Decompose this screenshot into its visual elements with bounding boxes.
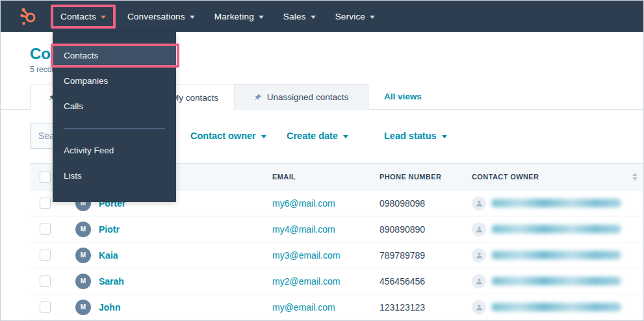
all-views-link[interactable]: All views xyxy=(384,92,422,101)
nav-item-sales[interactable]: Sales xyxy=(274,12,326,21)
table-row: M John my@email.com 123123123 xyxy=(30,294,644,320)
person-icon xyxy=(475,199,483,207)
owner-name-redacted xyxy=(491,303,621,311)
chevron-down-icon xyxy=(261,135,266,138)
contact-name-link[interactable]: Piotr xyxy=(99,224,120,235)
person-icon xyxy=(475,225,483,233)
sort-up-arrow-icon xyxy=(632,173,638,176)
hubspot-contacts-screen: Contacts Conversations Marketing Sales S… xyxy=(0,0,644,321)
row-checkbox[interactable] xyxy=(40,198,51,209)
owner-name-redacted xyxy=(491,199,621,207)
nav-menu: Contacts Conversations Marketing Sales S… xyxy=(49,5,385,29)
row-checkbox[interactable] xyxy=(40,224,51,235)
nav-item-contacts[interactable]: Contacts xyxy=(51,5,116,29)
owner-avatar xyxy=(472,274,486,289)
chevron-down-icon xyxy=(311,16,316,19)
chevron-down-icon xyxy=(259,16,264,19)
contact-phone: 890890890 xyxy=(380,224,425,235)
table-row: M Kaia my3@email.com 789789789 xyxy=(30,242,644,268)
sort-down-arrow-icon xyxy=(632,177,638,181)
avatar: M xyxy=(75,248,91,263)
column-header-email[interactable]: EMAIL xyxy=(272,173,371,181)
column-header-phone[interactable]: PHONE NUMBER xyxy=(371,173,462,181)
contact-phone: 098098098 xyxy=(380,198,425,209)
contact-name-link[interactable]: John xyxy=(99,302,120,313)
filter-label: Contact owner xyxy=(190,131,256,141)
row-checkbox[interactable] xyxy=(40,302,51,313)
tab-unassigned-contacts[interactable]: Unassigned contacts xyxy=(235,84,368,110)
filter-label: Lead status xyxy=(384,131,437,141)
contact-name-link[interactable]: Kaia xyxy=(99,250,118,261)
nav-item-label: Conversations xyxy=(127,12,185,21)
person-icon xyxy=(475,251,483,259)
person-icon xyxy=(475,277,483,285)
table-row: M Sarah my2@email.com 456456456 xyxy=(30,268,644,294)
contact-email-link[interactable]: my@email.com xyxy=(272,302,335,313)
dropdown-divider xyxy=(64,128,165,129)
row-checkbox[interactable] xyxy=(40,250,51,261)
contact-email-link[interactable]: my4@mail.com xyxy=(272,224,335,235)
nav-item-label: Service xyxy=(335,12,365,21)
dropdown-item-contacts[interactable]: Contacts xyxy=(53,46,176,65)
dropdown-item-calls[interactable]: Calls xyxy=(53,97,176,116)
contacts-nav-dropdown: Contacts Companies Calls Activity Feed L… xyxy=(53,32,176,202)
chevron-down-icon xyxy=(442,135,447,138)
contact-phone: 789789789 xyxy=(380,250,425,261)
contact-phone: 123123123 xyxy=(380,302,425,313)
dropdown-item-activity-feed[interactable]: Activity Feed xyxy=(53,141,176,160)
contact-name-link[interactable]: Sarah xyxy=(99,276,124,287)
owner-name-redacted xyxy=(491,277,621,285)
avatar: M xyxy=(75,274,91,289)
hubspot-sprocket-icon[interactable] xyxy=(19,6,38,26)
dropdown-item-companies[interactable]: Companies xyxy=(53,71,176,90)
contact-phone: 456456456 xyxy=(380,276,425,287)
nav-item-label: Contacts xyxy=(60,12,96,21)
contact-email-link[interactable]: my2@email.com xyxy=(272,276,340,287)
table-row: M Piotr my4@mail.com 890890890 xyxy=(30,216,644,242)
contact-email-link[interactable]: my3@email.com xyxy=(272,250,340,261)
nav-item-marketing[interactable]: Marketing xyxy=(205,12,274,21)
chevron-down-icon xyxy=(190,16,195,19)
filter-contact-owner[interactable]: Contact owner xyxy=(190,123,266,149)
dropdown-item-lists[interactable]: Lists xyxy=(53,166,176,185)
select-all-checkbox[interactable] xyxy=(40,172,51,183)
top-navigation-bar: Contacts Conversations Marketing Sales S… xyxy=(1,1,643,32)
chevron-down-icon xyxy=(343,135,348,138)
pin-icon xyxy=(254,94,262,101)
nav-item-conversations[interactable]: Conversations xyxy=(118,12,205,21)
owner-avatar xyxy=(472,196,486,211)
column-header-owner[interactable]: CONTACT OWNER xyxy=(462,173,625,181)
owner-avatar xyxy=(472,222,486,237)
filter-label: Create date xyxy=(287,131,338,141)
row-checkbox[interactable] xyxy=(40,276,51,287)
nav-item-label: Sales xyxy=(283,12,306,21)
owner-name-redacted xyxy=(491,251,621,259)
nav-item-label: Marketing xyxy=(214,12,254,21)
avatar: M xyxy=(75,300,91,315)
contact-email-link[interactable]: my6@mail.com xyxy=(272,198,335,209)
owner-avatar xyxy=(472,248,486,263)
nav-item-service[interactable]: Service xyxy=(326,12,385,21)
chevron-down-icon xyxy=(101,16,106,19)
filter-create-date[interactable]: Create date xyxy=(287,123,348,149)
owner-avatar xyxy=(472,300,486,315)
owner-name-redacted xyxy=(491,225,621,233)
avatar: M xyxy=(75,222,91,237)
chevron-down-icon xyxy=(370,16,375,19)
sort-icon[interactable] xyxy=(625,173,644,181)
filter-lead-status[interactable]: Lead status xyxy=(384,123,447,149)
tab-label: Unassigned contacts xyxy=(267,92,348,102)
tab-label: My contacts xyxy=(172,93,218,103)
person-icon xyxy=(475,303,483,311)
